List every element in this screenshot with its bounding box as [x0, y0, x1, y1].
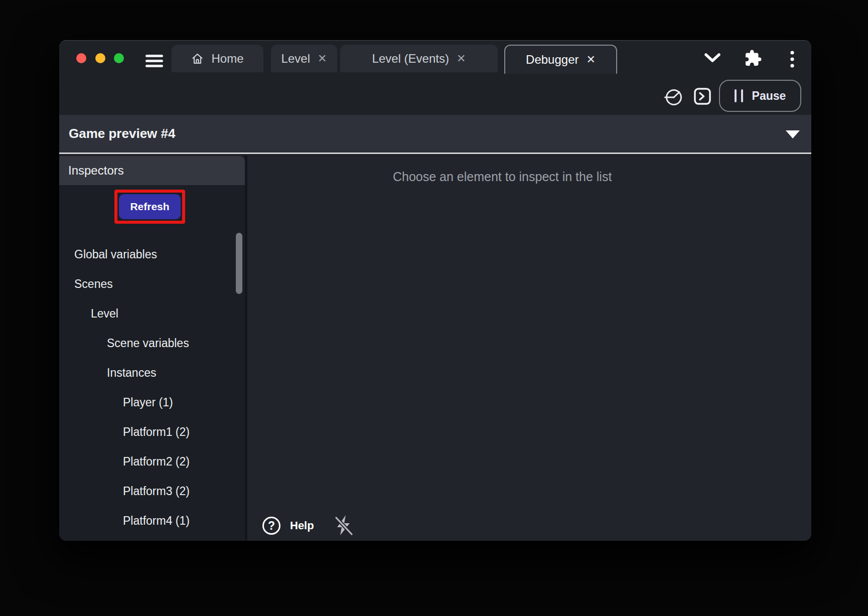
preview-title: Game preview #4 [69, 126, 175, 141]
tab-level-events[interactable]: Level (Events) ✕ [340, 45, 498, 72]
inspector-tree: Global variables Scenes Level Scene vari… [59, 240, 245, 536]
tab-label: Level (Events) [372, 52, 449, 66]
close-window-button[interactable] [76, 53, 86, 63]
profiler-gauge-icon[interactable] [664, 88, 683, 107]
close-tab-icon[interactable]: ✕ [457, 52, 466, 65]
help-icon: ? [262, 517, 280, 535]
tree-item-global-variables[interactable]: Global variables [59, 240, 245, 269]
close-tab-icon[interactable]: ✕ [318, 52, 327, 65]
help-label: Help [290, 519, 314, 532]
tab-home[interactable]: Home [172, 45, 263, 72]
close-tab-icon[interactable]: ✕ [586, 53, 595, 66]
tree-item-platform1[interactable]: Platform1 (2) [59, 417, 245, 447]
hamburger-menu-icon[interactable] [146, 55, 163, 67]
flash-off-icon[interactable] [332, 514, 355, 537]
preview-dropdown-caret-icon [786, 130, 800, 138]
refresh-button[interactable]: Refresh [119, 194, 181, 219]
annotation-highlight-box: Refresh [114, 190, 185, 224]
extensions-puzzle-icon[interactable] [744, 49, 762, 67]
console-icon[interactable] [693, 87, 712, 106]
kebab-menu-icon[interactable] [790, 51, 795, 68]
pause-icon [735, 89, 743, 102]
pause-label: Pause [752, 89, 786, 103]
tab-label: Home [211, 52, 243, 66]
tree-item-platform3[interactable]: Platform3 (2) [59, 477, 245, 506]
tree-item-player[interactable]: Player (1) [59, 388, 245, 417]
preview-selector[interactable]: Game preview #4 [59, 115, 811, 154]
zoom-window-button[interactable] [114, 53, 124, 63]
tab-debugger[interactable]: Debugger ✕ [504, 45, 617, 74]
pause-button[interactable]: Pause [719, 80, 801, 112]
tree-item-platform2[interactable]: Platform2 (2) [59, 447, 245, 477]
tab-level[interactable]: Level ✕ [271, 45, 337, 72]
tree-item-scene-variables[interactable]: Scene variables [59, 329, 245, 358]
tree-item-scenes[interactable]: Scenes [59, 269, 245, 299]
inspectors-header: Inspectors [59, 156, 245, 185]
help-button[interactable]: ? Help [262, 517, 314, 535]
chevron-down-icon[interactable] [703, 52, 721, 64]
inspectors-sidebar: Inspectors Refresh Global variables Scen… [59, 156, 245, 541]
tree-item-level[interactable]: Level [59, 299, 245, 329]
app-window: Home Level ✕ Level (Events) ✕ Debugger ✕… [59, 40, 811, 541]
sidebar-scrollbar[interactable] [236, 233, 242, 294]
empty-state-message: Choose an element to inspect in the list [393, 170, 612, 184]
tab-label: Level [281, 52, 310, 66]
home-icon [191, 52, 204, 65]
minimize-window-button[interactable] [95, 53, 105, 63]
inspectors-title: Inspectors [68, 164, 124, 178]
inspector-detail-panel: Choose an element to inspect in the list… [247, 156, 811, 541]
tab-label: Debugger [526, 53, 578, 67]
tree-item-platform4[interactable]: Platform4 (1) [59, 506, 245, 536]
tree-item-instances[interactable]: Instances [59, 358, 245, 388]
